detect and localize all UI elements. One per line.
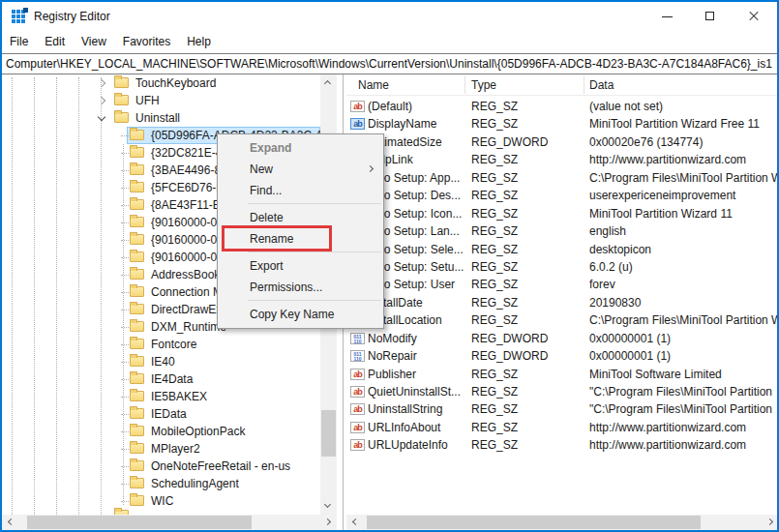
column-separator[interactable] <box>584 76 584 94</box>
chevron-right-icon[interactable] <box>98 97 105 104</box>
value-data: http://www.partitionwizard.com <box>589 419 779 436</box>
column-header-name[interactable]: Name <box>358 78 389 92</box>
context-menu-item-expand[interactable]: Expand <box>218 137 383 159</box>
tree-item-ie5bakex[interactable]: IE5BAKEX <box>2 388 320 405</box>
context-menu-item-permissions[interactable]: Permissions... <box>218 277 383 298</box>
column-separator[interactable] <box>464 76 465 94</box>
tree-item-ie40[interactable]: IE40 <box>2 353 320 370</box>
context-menu-item-export[interactable]: Export <box>218 255 383 277</box>
folder-icon <box>130 130 144 140</box>
scrollbar-thumb[interactable] <box>321 410 336 457</box>
value-row-inno-setup-setu[interactable]: Inno Setup: Setu...REG_SZ6.0.2 (u) <box>346 258 779 276</box>
tree-item-fontcore[interactable]: Fontcore <box>2 336 320 353</box>
value-data: MiniTool Partition Wizard 11 <box>589 205 779 222</box>
menu-item-file[interactable]: File <box>10 31 28 48</box>
tree-item-uninstall[interactable]: Uninstall <box>2 109 320 127</box>
scrollbar-thumb[interactable] <box>367 516 701 529</box>
tree-item-label: MobileOptionPack <box>151 423 245 440</box>
scroll-right-button[interactable] <box>764 515 779 530</box>
context-menu-item-find[interactable]: Find... <box>218 180 383 201</box>
value-row-helplink[interactable]: HelpLinkREG_SZhttp://www.partitionwizard… <box>346 151 779 168</box>
tree-item-mplayer2[interactable]: MPlayer2 <box>2 440 320 458</box>
tree-item-iedata[interactable]: IEData <box>2 405 320 423</box>
folder-icon <box>130 147 144 158</box>
tree-item-ufh[interactable]: UFH <box>2 92 320 109</box>
value-type: REG_SZ <box>471 241 583 258</box>
tree-item-touchkeyboard[interactable]: TouchKeyboard <box>2 74 320 92</box>
value-type: REG_SZ <box>471 187 583 204</box>
menu-item-help[interactable]: Help <box>187 31 211 48</box>
tree-horizontal-scrollbar[interactable] <box>2 515 337 530</box>
value-row-inno-setup-sele[interactable]: Inno Setup: Sele...REG_SZdesktopicon <box>346 241 779 258</box>
value-row-urlupdateinfo[interactable]: URLUpdateInfoREG_SZhttp://www.partitionw… <box>346 436 779 454</box>
tree-item-label: SchedulingAgent <box>151 475 239 492</box>
scroll-down-button[interactable] <box>320 498 337 515</box>
tree-item-onenotefreeretail-en-us[interactable]: OneNoteFreeRetail - en-us <box>2 458 320 475</box>
value-row-displayname[interactable]: DisplayNameREG_SZMiniTool Partition Wiza… <box>346 115 779 133</box>
menu-item-favorites[interactable]: Favorites <box>123 31 170 48</box>
value-name: URLInfoAbout <box>368 419 466 436</box>
string-value-icon <box>350 403 365 415</box>
value-row-quietuninstallst[interactable]: QuietUninstallSt...REG_SZ"C:\Program Fil… <box>346 383 779 400</box>
tree-item-mobileoptionpack[interactable]: MobileOptionPack <box>2 423 320 440</box>
context-menu-item-copy-key-name[interactable]: Copy Key Name <box>218 304 383 325</box>
folder-icon <box>130 217 144 227</box>
tree-item-wic[interactable]: WIC <box>2 492 320 510</box>
value-type: REG_SZ <box>471 205 583 222</box>
close-button[interactable] <box>732 2 775 31</box>
tree-item-label: UFH <box>135 92 160 109</box>
value-row-installdate[interactable]: InstallDateREG_SZ20190830 <box>346 294 779 311</box>
value-row-inno-setup-des[interactable]: Inno Setup: Des...REG_SZuserexpericeneim… <box>346 187 779 204</box>
maximize-button[interactable] <box>688 2 732 31</box>
string-value-icon <box>350 369 365 380</box>
value-type: REG_SZ <box>471 383 583 400</box>
value-data: desktopicon <box>589 241 779 258</box>
tree-item-schedulingagent[interactable]: SchedulingAgent <box>2 475 320 492</box>
value-row-inno-setup-app[interactable]: Inno Setup: App...REG_SZC:\Program Files… <box>346 169 779 187</box>
menu-item-edit[interactable]: Edit <box>45 31 65 48</box>
value-row-nomodify[interactable]: NoModifyREG_DWORD0x00000001 (1) <box>346 330 779 347</box>
value-type: REG_SZ <box>471 98 583 115</box>
folder-icon <box>130 426 144 436</box>
folder-icon <box>130 269 144 280</box>
scroll-right-button[interactable] <box>321 515 337 530</box>
tree-item-label: {8AE43F11-E <box>151 196 221 214</box>
tree-item-label: {32DC821E-4 <box>151 144 222 162</box>
value-row-uninstallstring[interactable]: UninstallStringREG_SZ"C:\Program Files\M… <box>346 400 779 418</box>
folder-icon <box>130 356 144 367</box>
tree-item-label: IE40 <box>151 353 175 370</box>
list-horizontal-scrollbar[interactable] <box>346 515 779 530</box>
minimize-button[interactable] <box>645 2 689 31</box>
value-row-estimatedsize[interactable]: EstimatedSizeREG_DWORD0x00020e76 (134774… <box>346 133 779 151</box>
folder-icon <box>130 339 144 349</box>
tree-item-ie4data[interactable]: IE4Data <box>2 370 320 388</box>
value-row-inno-setup-icon[interactable]: Inno Setup: Icon...REG_SZMiniTool Partit… <box>346 205 779 222</box>
scrollbar-thumb[interactable] <box>27 516 252 529</box>
value-row-publisher[interactable]: PublisherREG_SZMiniTool Software Limited <box>346 366 779 383</box>
chevron-right-icon[interactable] <box>98 79 105 87</box>
scroll-left-button[interactable] <box>346 515 362 530</box>
menu-separator <box>248 251 381 252</box>
scroll-left-button[interactable] <box>2 515 17 530</box>
column-header-type[interactable]: Type <box>471 78 496 92</box>
tree-item-label: Uninstall <box>135 109 180 127</box>
maximize-icon <box>705 12 714 20</box>
value-row-norepair[interactable]: NoRepairREG_DWORD0x00000001 (1) <box>346 347 779 365</box>
value-row-default[interactable]: (Default)REG_SZ(value not set) <box>346 98 779 115</box>
chevron-down-icon[interactable] <box>98 113 105 121</box>
value-type: REG_SZ <box>471 419 583 436</box>
value-row-installlocation[interactable]: InstallLocationREG_SZC:\Program Files\Mi… <box>346 311 779 329</box>
registry-editor-window: Registry Editor FileEditViewFavoritesHel… <box>0 0 779 532</box>
scroll-up-button[interactable] <box>320 74 337 91</box>
value-row-inno-setup-user[interactable]: Inno Setup: UserREG_SZforev <box>346 276 779 293</box>
address-bar[interactable]: Computer\HKEY_LOCAL_MACHINE\SOFTWARE\Mic… <box>2 53 777 74</box>
folder-icon <box>130 286 144 297</box>
rename-annotation-box <box>222 225 332 251</box>
value-row-urlinfoabout[interactable]: URLInfoAboutREG_SZhttp://www.partitionwi… <box>346 419 779 436</box>
column-header-data[interactable]: Data <box>589 78 614 92</box>
title-bar: Registry Editor <box>2 2 777 31</box>
value-row-inno-setup-lan[interactable]: Inno Setup: Lan...REG_SZenglish <box>346 222 779 240</box>
value-data: 0x00020e76 (134774) <box>589 133 779 151</box>
context-menu-item-new[interactable]: New <box>218 159 383 180</box>
menu-item-view[interactable]: View <box>81 31 106 48</box>
